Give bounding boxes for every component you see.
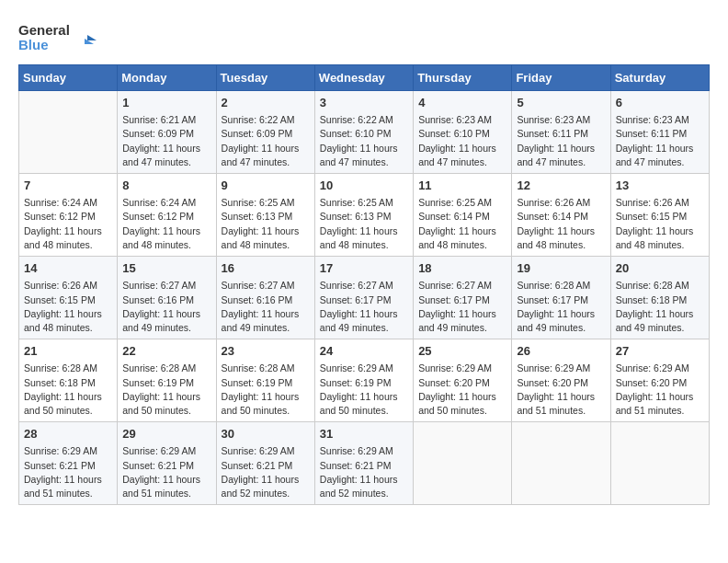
day-number: 7 <box>24 178 112 194</box>
day-info: Sunrise: 6:24 AM Sunset: 6:12 PM Dayligh… <box>24 196 112 252</box>
calendar-cell: 4Sunrise: 6:23 AM Sunset: 6:10 PM Daylig… <box>414 91 512 174</box>
day-number: 3 <box>320 95 408 111</box>
day-number: 10 <box>320 178 408 194</box>
day-info: Sunrise: 6:29 AM Sunset: 6:21 PM Dayligh… <box>222 444 310 500</box>
day-info: Sunrise: 6:26 AM Sunset: 6:15 PM Dayligh… <box>616 196 704 252</box>
calendar-cell <box>414 422 512 505</box>
day-number: 17 <box>320 260 408 277</box>
calendar-cell: 18Sunrise: 6:27 AM Sunset: 6:17 PM Dayli… <box>414 257 512 339</box>
weekday-header: Thursday <box>414 65 512 91</box>
day-info: Sunrise: 6:22 AM Sunset: 6:09 PM Dayligh… <box>222 113 310 169</box>
weekday-header: Wednesday <box>314 65 413 91</box>
svg-marker-3 <box>87 35 97 40</box>
calendar-cell: 23Sunrise: 6:28 AM Sunset: 6:19 PM Dayli… <box>216 339 314 422</box>
calendar-cell: 22Sunrise: 6:28 AM Sunset: 6:19 PM Dayli… <box>118 339 216 422</box>
day-info: Sunrise: 6:23 AM Sunset: 6:11 PM Dayligh… <box>616 113 704 169</box>
calendar-cell: 3Sunrise: 6:22 AM Sunset: 6:10 PM Daylig… <box>314 91 413 174</box>
day-number: 27 <box>616 343 704 360</box>
calendar-cell: 30Sunrise: 6:29 AM Sunset: 6:21 PM Dayli… <box>216 422 314 505</box>
day-info: Sunrise: 6:27 AM Sunset: 6:17 PM Dayligh… <box>418 279 506 335</box>
day-number: 6 <box>616 95 704 111</box>
calendar-week-row: 21Sunrise: 6:28 AM Sunset: 6:18 PM Dayli… <box>19 339 710 422</box>
day-info: Sunrise: 6:26 AM Sunset: 6:14 PM Dayligh… <box>517 196 605 252</box>
day-info: Sunrise: 6:29 AM Sunset: 6:19 PM Dayligh… <box>320 362 408 418</box>
calendar-cell: 19Sunrise: 6:28 AM Sunset: 6:17 PM Dayli… <box>512 257 610 339</box>
day-number: 16 <box>222 260 310 277</box>
day-info: Sunrise: 6:29 AM Sunset: 6:21 PM Dayligh… <box>122 444 210 500</box>
day-info: Sunrise: 6:28 AM Sunset: 6:19 PM Dayligh… <box>122 362 210 418</box>
svg-text:Blue: Blue <box>18 37 49 52</box>
calendar-week-row: 28Sunrise: 6:29 AM Sunset: 6:21 PM Dayli… <box>19 422 710 505</box>
calendar-cell: 26Sunrise: 6:29 AM Sunset: 6:20 PM Dayli… <box>512 339 610 422</box>
calendar-cell: 29Sunrise: 6:29 AM Sunset: 6:21 PM Dayli… <box>118 422 216 505</box>
day-number: 11 <box>418 178 506 194</box>
day-info: Sunrise: 6:26 AM Sunset: 6:15 PM Dayligh… <box>24 279 112 335</box>
calendar-cell: 10Sunrise: 6:25 AM Sunset: 6:13 PM Dayli… <box>314 174 413 257</box>
calendar-cell: 11Sunrise: 6:25 AM Sunset: 6:14 PM Dayli… <box>414 174 512 257</box>
calendar-cell: 16Sunrise: 6:27 AM Sunset: 6:16 PM Dayli… <box>216 257 314 339</box>
calendar-cell: 6Sunrise: 6:23 AM Sunset: 6:11 PM Daylig… <box>610 91 709 174</box>
calendar-cell: 21Sunrise: 6:28 AM Sunset: 6:18 PM Dayli… <box>19 339 118 422</box>
day-number: 22 <box>122 343 210 360</box>
day-number: 31 <box>320 426 408 442</box>
day-info: Sunrise: 6:25 AM Sunset: 6:13 PM Dayligh… <box>320 196 408 252</box>
calendar-cell: 17Sunrise: 6:27 AM Sunset: 6:17 PM Dayli… <box>314 257 413 339</box>
day-number: 25 <box>418 343 506 360</box>
day-info: Sunrise: 6:29 AM Sunset: 6:21 PM Dayligh… <box>24 444 112 500</box>
day-info: Sunrise: 6:28 AM Sunset: 6:18 PM Dayligh… <box>24 362 112 418</box>
day-number: 5 <box>517 95 605 111</box>
day-info: Sunrise: 6:23 AM Sunset: 6:11 PM Dayligh… <box>517 113 605 169</box>
calendar-cell: 8Sunrise: 6:24 AM Sunset: 6:12 PM Daylig… <box>118 174 216 257</box>
day-info: Sunrise: 6:29 AM Sunset: 6:20 PM Dayligh… <box>517 362 605 418</box>
day-info: Sunrise: 6:28 AM Sunset: 6:18 PM Dayligh… <box>616 279 704 335</box>
calendar-cell: 9Sunrise: 6:25 AM Sunset: 6:13 PM Daylig… <box>216 174 314 257</box>
day-info: Sunrise: 6:29 AM Sunset: 6:20 PM Dayligh… <box>418 362 506 418</box>
calendar-cell: 25Sunrise: 6:29 AM Sunset: 6:20 PM Dayli… <box>414 339 512 422</box>
day-info: Sunrise: 6:28 AM Sunset: 6:17 PM Dayligh… <box>517 279 605 335</box>
weekday-header: Friday <box>512 65 610 91</box>
day-info: Sunrise: 6:25 AM Sunset: 6:13 PM Dayligh… <box>222 196 310 252</box>
day-number: 20 <box>616 260 704 277</box>
day-number: 2 <box>222 95 310 111</box>
weekday-header: Sunday <box>19 65 118 91</box>
calendar-cell: 27Sunrise: 6:29 AM Sunset: 6:20 PM Dayli… <box>610 339 709 422</box>
calendar-cell: 2Sunrise: 6:22 AM Sunset: 6:09 PM Daylig… <box>216 91 314 174</box>
day-info: Sunrise: 6:22 AM Sunset: 6:10 PM Dayligh… <box>320 113 408 169</box>
day-number: 15 <box>122 260 210 277</box>
calendar-cell <box>610 422 709 505</box>
weekday-header: Saturday <box>610 65 709 91</box>
day-number: 8 <box>122 178 210 194</box>
day-number: 4 <box>418 95 506 111</box>
day-number: 1 <box>122 95 210 111</box>
calendar-cell: 14Sunrise: 6:26 AM Sunset: 6:15 PM Dayli… <box>19 257 118 339</box>
day-info: Sunrise: 6:27 AM Sunset: 6:16 PM Dayligh… <box>222 279 310 335</box>
day-info: Sunrise: 6:21 AM Sunset: 6:09 PM Dayligh… <box>122 113 210 169</box>
calendar-cell: 13Sunrise: 6:26 AM Sunset: 6:15 PM Dayli… <box>610 174 709 257</box>
day-info: Sunrise: 6:27 AM Sunset: 6:16 PM Dayligh… <box>122 279 210 335</box>
day-number: 23 <box>222 343 310 360</box>
calendar-table: SundayMondayTuesdayWednesdayThursdayFrid… <box>18 64 710 505</box>
calendar-week-row: 7Sunrise: 6:24 AM Sunset: 6:12 PM Daylig… <box>19 174 710 257</box>
page-header: General Blue <box>18 18 710 55</box>
calendar-cell <box>512 422 610 505</box>
day-number: 18 <box>418 260 506 277</box>
day-info: Sunrise: 6:27 AM Sunset: 6:17 PM Dayligh… <box>320 279 408 335</box>
day-info: Sunrise: 6:25 AM Sunset: 6:14 PM Dayligh… <box>418 196 506 252</box>
day-info: Sunrise: 6:29 AM Sunset: 6:21 PM Dayligh… <box>320 444 408 500</box>
day-number: 29 <box>122 426 210 442</box>
weekday-header: Tuesday <box>216 65 314 91</box>
calendar-cell: 12Sunrise: 6:26 AM Sunset: 6:14 PM Dayli… <box>512 174 610 257</box>
day-info: Sunrise: 6:24 AM Sunset: 6:12 PM Dayligh… <box>122 196 210 252</box>
day-number: 28 <box>24 426 112 442</box>
calendar-cell: 1Sunrise: 6:21 AM Sunset: 6:09 PM Daylig… <box>118 91 216 174</box>
calendar-cell: 24Sunrise: 6:29 AM Sunset: 6:19 PM Dayli… <box>314 339 413 422</box>
header-row: SundayMondayTuesdayWednesdayThursdayFrid… <box>19 65 710 91</box>
calendar-week-row: 1Sunrise: 6:21 AM Sunset: 6:09 PM Daylig… <box>19 91 710 174</box>
weekday-header: Monday <box>118 65 216 91</box>
calendar-cell: 5Sunrise: 6:23 AM Sunset: 6:11 PM Daylig… <box>512 91 610 174</box>
calendar-cell: 7Sunrise: 6:24 AM Sunset: 6:12 PM Daylig… <box>19 174 118 257</box>
calendar-cell: 28Sunrise: 6:29 AM Sunset: 6:21 PM Dayli… <box>19 422 118 505</box>
day-info: Sunrise: 6:29 AM Sunset: 6:20 PM Dayligh… <box>616 362 704 418</box>
calendar-cell <box>19 91 118 174</box>
calendar-cell: 31Sunrise: 6:29 AM Sunset: 6:21 PM Dayli… <box>314 422 413 505</box>
